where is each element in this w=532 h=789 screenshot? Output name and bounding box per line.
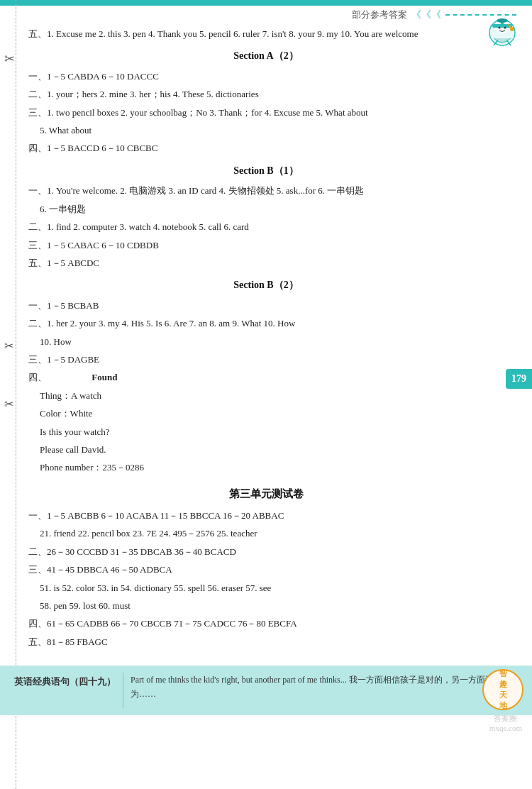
u3-wu-label: 五、 — [28, 636, 47, 647]
b2-er: 二、1. her 2. your 3. my 4. His 5. Is 6. A… — [28, 315, 504, 331]
b2-yi: 一、1－5 BCBAB — [28, 297, 504, 314]
b1-wu-content: 1－5 ABCDC — [47, 258, 99, 268]
a2-yi: 一、1－5 CABDA 6－10 DACCC — [28, 68, 504, 84]
footer-left-label: 英语经典语句（四十九） — [14, 673, 116, 688]
u3-san2-content: 51. is 52. color 53. in 54. dictionary 5… — [40, 583, 271, 593]
u3-san2-cont: 58. pen 59. lost 60. must — [28, 597, 504, 614]
u3-san-content: 41－45 DBBCA 46－50 ADBCA — [47, 564, 172, 575]
found-item-1: Thing：A watch — [28, 387, 504, 404]
a2-er-content: 1. your；hers 2. mine 3. her；his 4. These… — [47, 89, 259, 99]
si-label: 四、 — [28, 143, 47, 153]
b1-san-label: 三、 — [28, 240, 47, 250]
found-item-3: Is this your watch? — [28, 424, 504, 440]
b2-si: 四、 Found — [28, 369, 504, 385]
b1-er-label: 二、 — [28, 221, 47, 232]
u3-si-label: 四、 — [28, 618, 47, 629]
b2-yi-content: 1－5 BCBAB — [47, 300, 99, 311]
u3-si-content: 61－65 CADBB 66－70 CBCCB 71－75 CADCC 76－8… — [47, 618, 297, 629]
b2-san-content: 1－5 DAGBE — [47, 354, 99, 365]
scissors-top-icon: ✂ — [4, 51, 15, 67]
found-phone: Phone number：235－0286 — [40, 462, 144, 473]
stamp-decoration: 智 趣 天 地 — [482, 669, 525, 712]
mascot-decoration — [481, 11, 523, 50]
found-item-2: Color：White — [28, 405, 504, 421]
found-call: Please call David. — [40, 444, 106, 455]
wu-section: 五、1. Excuse me 2. this 3. pen 4. Thank y… — [28, 26, 504, 42]
u3-si: 四、61－65 CADBB 66－70 CBCCB 71－75 CADCC 76… — [28, 615, 504, 631]
b1-wu: 五、1－5 ABCDC — [28, 255, 504, 271]
b1-yi-cont: 6. 一串钥匙 — [28, 201, 504, 217]
found-title-label: Found — [92, 372, 117, 382]
a2-er: 二、1. your；hers 2. mine 3. her；his 4. The… — [28, 86, 504, 102]
a2-san: 三、1. two pencil boxes 2. your schoolbag；… — [28, 104, 504, 121]
header-arrows: 《《《 — [411, 9, 441, 21]
u3-yi2: 21. friend 22. pencil box 23. 7E 24. 495… — [28, 525, 504, 541]
section-a2-header: Section A（2） — [28, 48, 504, 65]
a2-yi-content: 1－5 CABDA 6－10 DACCC — [47, 71, 159, 82]
b1-yi-content: 1. You're welcome. 2. 电脑游戏 3. an ID card… — [47, 185, 364, 196]
svg-point-6 — [510, 27, 514, 31]
header-area: 部分参考答案 《《《 — [0, 6, 532, 23]
san-label: 三、 — [28, 107, 47, 118]
svg-point-7 — [499, 27, 501, 29]
b2-er-label: 二、 — [28, 318, 47, 329]
b1-yi: 一、1. You're welcome. 2. 电脑游戏 3. an ID ca… — [28, 182, 504, 199]
u3-wu: 五、81－85 FBAGC — [28, 634, 504, 650]
u3-yi: 一、1－5 ABCBB 6－10 ACABA 11－15 BBCCA 16－20… — [28, 507, 504, 524]
a2-si-content: 1－5 BACCD 6－10 CBCBC — [47, 143, 157, 153]
page-container: 部分参考答案 《《《 — [0, 0, 532, 789]
er-label: 二、 — [28, 89, 47, 99]
svg-point-4 — [497, 18, 508, 23]
b1-wu-label: 五、 — [28, 258, 47, 268]
section-b2-header: Section B（2） — [28, 277, 504, 294]
section-b1-header: Section B（1） — [28, 162, 504, 180]
wu-label: 五、 — [28, 28, 47, 39]
a2-si: 四、1－5 BACCD 6－10 CBCBC — [28, 140, 504, 156]
footer-area: 英语经典语句（四十九） Part of me thinks the kid's … — [0, 666, 532, 715]
wu-content: 1. Excuse me 2. this 3. pen 4. Thank you… — [47, 28, 418, 39]
top-bar — [0, 0, 532, 6]
b2-er-content: 1. her 2. your 3. my 4. His 5. Is 6. Are… — [47, 318, 295, 329]
u3-er-label: 二、 — [28, 546, 47, 557]
u3-er: 二、26－30 CCCBD 31－35 DBCAB 36－40 BCACD — [28, 544, 504, 560]
found-color: Color：White — [40, 408, 92, 419]
u3-san-label: 三、 — [28, 564, 47, 575]
b1-san-content: 1－5 CABAC 6－10 CDBDB — [47, 240, 159, 250]
stamp-circle: 智 趣 天 地 — [482, 669, 523, 710]
u3-yi-label: 一、 — [28, 510, 47, 521]
u3-yi2-content: 21. friend 22. pencil box 23. 7E 24. 495… — [40, 528, 257, 539]
found-question: Is this your watch? — [40, 426, 110, 437]
u3-wu-content: 81－85 FBAGC — [47, 636, 108, 647]
yi-label: 一、 — [28, 71, 47, 82]
u3-san2: 51. is 52. color 53. in 54. dictionary 5… — [28, 580, 504, 596]
b1-er: 二、1. find 2. computer 3. watch 4. notebo… — [28, 219, 504, 235]
unit3-header: 第三单元测试卷 — [28, 485, 504, 503]
found-item-5: Phone number：235－0286 — [28, 459, 504, 475]
u3-yi-content: 1－5 ABCBB 6－10 ACABA 11－15 BBCCA 16－20 A… — [47, 510, 284, 521]
main-content: 五、1. Excuse me 2. this 3. pen 4. Thank y… — [0, 23, 532, 658]
footer-divider — [123, 673, 123, 708]
u3-er-content: 26－30 CCCBD 31－35 DBCAB 36－40 BCACD — [47, 546, 236, 557]
b1-er-content: 1. find 2. computer 3. watch 4. notebook… — [47, 221, 249, 232]
footer-right-text: Part of me thinks the kid's right, but a… — [131, 673, 518, 702]
header-title: 部分参考答案 — [352, 9, 407, 21]
u3-san: 三、41－45 DBBCA 46－50 ADBCA — [28, 561, 504, 578]
b2-er-cont: 10. How — [28, 333, 504, 350]
scissors-mid-icon: ✂ — [4, 339, 13, 353]
a2-san-content: 1. two pencil boxes 2. your schoolbag；No… — [47, 107, 368, 118]
found-item-4: Please call David. — [28, 441, 504, 458]
scissors-lower-icon: ✂ — [4, 397, 13, 411]
b2-san: 三、1－5 DAGBE — [28, 351, 504, 368]
b2-yi-label: 一、 — [28, 300, 47, 311]
found-thing: Thing：A watch — [40, 390, 101, 401]
watermark: 答案圈 mxqe.com — [489, 713, 522, 732]
a2-san-cont: 5. What about — [28, 122, 504, 138]
b1-san: 三、1－5 CABAC 6－10 CDBDB — [28, 237, 504, 253]
b1-yi-label: 一、 — [28, 185, 47, 196]
b2-san-label: 三、 — [28, 354, 47, 365]
svg-point-8 — [504, 27, 506, 29]
page-number-badge: 179 — [506, 369, 532, 389]
